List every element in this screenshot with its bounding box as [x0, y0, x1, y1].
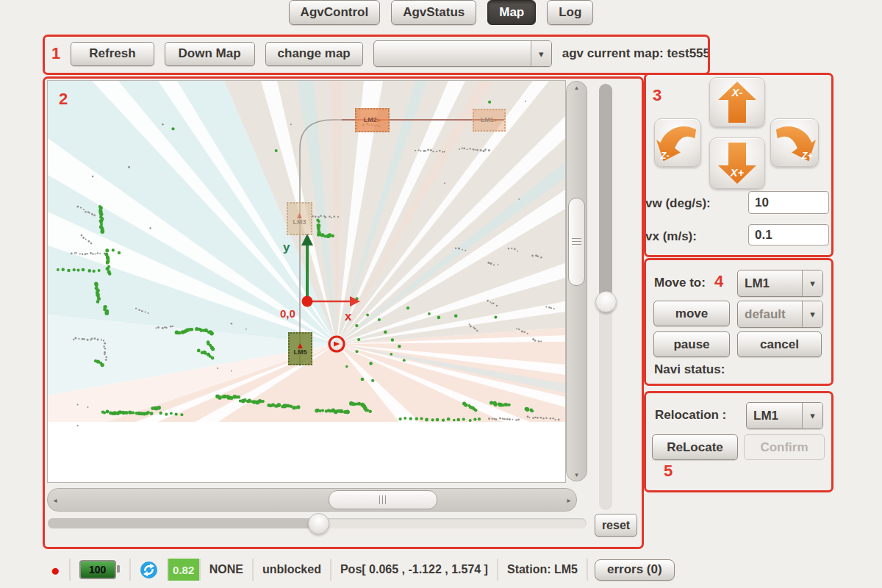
jog-rotate-cw-button[interactable]: Z+ — [770, 118, 819, 167]
move-panel: Move to: 4 LM1 ▾ move default ▾ pause ca… — [644, 258, 833, 385]
map-select[interactable]: ▾ — [373, 40, 552, 67]
station-direction-arrow-icon: ▸ — [378, 117, 381, 124]
chevron-down-icon: ▾ — [802, 270, 822, 296]
chevron-down-icon: ▾ — [531, 41, 551, 66]
errors-button[interactable]: errors (0) — [595, 559, 675, 581]
vw-label: vw (deg/s): — [645, 196, 711, 211]
vertical-slider-thumb[interactable] — [595, 291, 617, 312]
map-toolbar: 1 Refresh Down Map change map ▾ agv curr… — [43, 35, 710, 73]
move-target-select[interactable]: LM1 ▾ — [737, 270, 823, 297]
jog-forward-button[interactable]: X- — [709, 77, 765, 127]
scroll-right-arrow-icon[interactable]: ▸ — [562, 496, 576, 504]
station-label: LM5 — [294, 349, 307, 356]
confirm-button[interactable]: Confirm — [744, 434, 825, 460]
vertical-slider-track-lower[interactable] — [599, 297, 612, 510]
zoom-slider-fill — [48, 518, 318, 528]
tab-map[interactable]: Map — [487, 0, 536, 25]
up-arrow-icon: X- — [714, 80, 761, 124]
relocation-select[interactable]: LM1 ▾ — [746, 402, 823, 429]
stations-layer: LM2▸LM1▸▲LM3▲LM5 — [48, 81, 565, 482]
station-direction-arrow-icon: ▸ — [495, 117, 498, 124]
relocate-button[interactable]: ReLocate — [652, 434, 738, 460]
vx-input[interactable] — [748, 224, 829, 245]
thumb-grip — [379, 495, 387, 504]
tab-agvstatus[interactable]: AgvStatus — [391, 0, 476, 25]
status-bar: ● 100 0.82 NONE unblocked Pos[ 0.065 , -… — [42, 556, 675, 583]
station-label: LM2 — [364, 117, 377, 124]
move-button[interactable]: move — [653, 301, 730, 326]
navi-status-label: Navi status: — [654, 362, 725, 377]
cancel-button[interactable]: cancel — [737, 331, 822, 357]
mode-status: NONE — [201, 559, 254, 581]
scroll-down-arrow-icon[interactable]: ▾ — [567, 471, 587, 478]
battery-indicator: 100 — [71, 559, 131, 581]
svg-text:X-: X- — [731, 86, 743, 98]
jog-backward-button[interactable]: X+ — [709, 137, 765, 189]
tab-log[interactable]: Log — [547, 0, 593, 25]
tab-bar: AgvControl AgvStatus Map Log — [0, 0, 882, 25]
reset-button[interactable]: reset — [595, 514, 637, 537]
station-lm3: ▲LM3 — [287, 202, 312, 235]
down-arrow-icon: X+ — [714, 141, 761, 185]
move-target-value: LM1 — [738, 270, 802, 296]
chevron-down-icon: ▾ — [802, 301, 822, 327]
station-lm5: ▲LM5 — [288, 332, 312, 365]
annotation-3: 3 — [653, 86, 662, 105]
vx-label: vx (m/s): — [645, 229, 697, 244]
station-lm2: LM2▸ — [355, 108, 390, 132]
pause-button[interactable]: pause — [653, 331, 730, 357]
zoom-slider-thumb[interactable] — [308, 513, 329, 534]
jog-rotate-ccw-button[interactable]: Z- — [654, 118, 701, 167]
curved-arrow-cw-icon: Z+ — [773, 121, 816, 164]
annotation-1: 1 — [51, 44, 60, 63]
curved-arrow-ccw-icon: Z- — [656, 121, 699, 164]
confidence-indicator: 0.82 — [168, 559, 201, 581]
position-status: Pos[ 0.065 , -1.122 , 1.574 ] — [331, 559, 498, 581]
vertical-slider-track-upper[interactable] — [599, 84, 612, 303]
map-horizontal-scrollbar[interactable]: ◂ ▸ — [47, 488, 577, 512]
vw-input[interactable] — [748, 191, 829, 214]
svg-text:X+: X+ — [730, 166, 745, 179]
station-label: LM1 — [481, 117, 494, 124]
station-lm1: LM1▸ — [473, 109, 506, 132]
blocked-status: unblocked — [254, 559, 331, 581]
map-vertical-scrollbar[interactable]: ▴ ▾ — [566, 81, 587, 481]
map-region: 2 — [43, 76, 644, 548]
station-status: Station: LM5 — [498, 559, 588, 581]
scroll-up-arrow-icon[interactable]: ▴ — [567, 84, 587, 91]
annotation-5: 5 — [664, 462, 673, 481]
battery-level: 100 — [89, 564, 106, 576]
chevron-down-icon: ▾ — [802, 403, 822, 429]
scroll-left-arrow-icon[interactable]: ◂ — [48, 496, 62, 504]
sync-icon — [140, 561, 158, 579]
zoom-slider-track[interactable] — [48, 518, 587, 528]
map-select-value — [374, 41, 531, 66]
record-dot-icon: ● — [51, 562, 60, 578]
down-map-button[interactable]: Down Map — [165, 42, 255, 66]
relocation-value: LM1 — [747, 403, 802, 429]
move-to-label: Move to: — [654, 276, 706, 290]
change-map-button[interactable]: change map — [265, 42, 363, 66]
current-map-label: agv current map: test555 — [562, 46, 710, 61]
map-canvas[interactable]: LM2▸LM1▸▲LM3▲LM5 y x 0,0 — [47, 80, 566, 483]
svg-text:Z-: Z- — [660, 151, 670, 161]
confidence-value: 0.82 — [168, 559, 199, 581]
svg-text:Z+: Z+ — [801, 151, 814, 161]
relocation-panel: Relocation : LM1 ▾ ReLocate Confirm 5 — [644, 391, 833, 492]
thumb-grip — [572, 238, 581, 245]
battery-icon: 100 — [79, 560, 116, 579]
move-profile-select[interactable]: default ▾ — [737, 301, 823, 328]
tab-agvcontrol[interactable]: AgvControl — [289, 0, 381, 25]
record-indicator: ● — [42, 559, 71, 581]
station-label: LM3 — [293, 219, 306, 226]
refresh-button[interactable]: Refresh — [71, 42, 154, 66]
move-profile-value: default — [738, 301, 802, 327]
annotation-4: 4 — [714, 272, 723, 291]
vertical-scrollbar-thumb[interactable] — [568, 198, 585, 286]
jog-panel: 3 X- X+ Z- Z+ vw (deg/s): vx (m/s): — [644, 73, 833, 257]
horizontal-scrollbar-thumb[interactable] — [329, 490, 437, 509]
sync-indicator — [131, 559, 168, 581]
relocation-label: Relocation : — [655, 408, 726, 423]
